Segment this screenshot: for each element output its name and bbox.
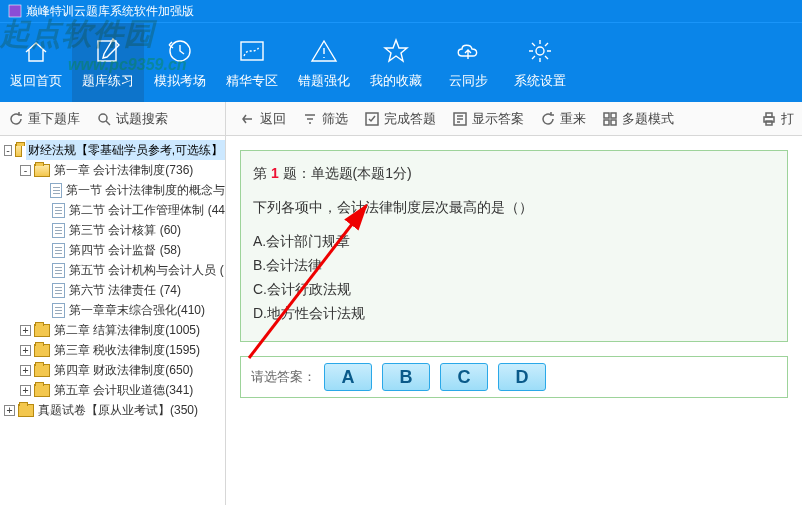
tree-node-label: 第一章章末综合强化(410) — [69, 300, 205, 320]
answer-btn-b[interactable]: B — [382, 363, 430, 391]
tree-node[interactable]: -第一章 会计法律制度(736) — [0, 160, 225, 180]
watermark-url: www.pc9359.cn — [68, 56, 187, 74]
folder-open-icon — [34, 164, 50, 177]
restart-label: 重来 — [560, 110, 586, 128]
page-icon — [52, 243, 65, 258]
page-icon — [52, 263, 65, 278]
filter-icon — [302, 111, 318, 127]
tree-node[interactable]: +真题试卷【原从业考试】(350) — [0, 400, 225, 420]
tree-node[interactable]: +第三章 税收法律制度(1595) — [0, 340, 225, 360]
nav-cloud-sync[interactable]: 云同步 — [432, 23, 504, 102]
grid-icon — [602, 111, 618, 127]
answer-btn-a[interactable]: A — [324, 363, 372, 391]
tree-node-label: 第三节 会计核算 (60) — [69, 220, 181, 240]
collapse-icon[interactable]: - — [20, 165, 31, 176]
tree-node-label: 第二章 结算法律制度(1005) — [54, 320, 200, 340]
tree-node[interactable]: 第四节 会计监督 (58) — [0, 240, 225, 260]
folder-icon — [34, 344, 50, 357]
search-icon — [96, 111, 112, 127]
tree-node[interactable]: 第六节 法律责任 (74) — [0, 280, 225, 300]
nav-settings[interactable]: 系统设置 — [504, 23, 576, 102]
tree-node-label: 第六节 法律责任 (74) — [69, 280, 181, 300]
question-header: 第 1 题：单选题(本题1分) — [253, 161, 775, 185]
tree-node[interactable]: 第二节 会计工作管理体制 (44 — [0, 200, 225, 220]
folder-open-icon — [15, 144, 22, 157]
question-tree[interactable]: -财经法规【零基础学员参考,可选练】-第一章 会计法律制度(736)第一节 会计… — [0, 136, 226, 505]
sub-toolbar-left: 重下题库 试题搜索 — [0, 102, 226, 135]
answer-prompt: 请选答案： — [251, 368, 316, 386]
tree-node[interactable]: +第五章 会计职业道德(341) — [0, 380, 225, 400]
map-icon — [237, 36, 267, 66]
question-prefix: 第 — [253, 165, 271, 181]
filter-label: 筛选 — [322, 110, 348, 128]
tree-node[interactable]: +第二章 结算法律制度(1005) — [0, 320, 225, 340]
expand-icon[interactable]: + — [20, 345, 31, 356]
sub-toolbar-right: 返回 筛选 完成答题 显示答案 重来 多题模式 打 — [226, 102, 802, 136]
folder-icon — [34, 384, 50, 397]
tree-node[interactable]: 第一章章末综合强化(410) — [0, 300, 225, 320]
folder-icon — [34, 324, 50, 337]
print-icon — [761, 111, 777, 127]
nav-practice-label: 题库练习 — [82, 72, 134, 90]
restart-button[interactable]: 重来 — [532, 102, 594, 136]
tree-node-label: 财经法规【零基础学员参考,可选练】 — [26, 140, 225, 160]
svg-rect-3 — [241, 42, 263, 60]
multi-mode-button[interactable]: 多题模式 — [594, 102, 682, 136]
main-area: -财经法规【零基础学员参考,可选练】-第一章 会计法律制度(736)第一节 会计… — [0, 136, 802, 505]
svg-rect-13 — [766, 113, 772, 117]
star-icon — [381, 36, 411, 66]
nav-wrong-label: 错题强化 — [298, 72, 350, 90]
back-button[interactable]: 返回 — [232, 102, 294, 136]
expand-icon[interactable]: + — [20, 325, 31, 336]
tree-node-label: 第一章 会计法律制度(736) — [54, 160, 193, 180]
page-icon — [52, 203, 65, 218]
search-question-button[interactable]: 试题搜索 — [88, 102, 176, 136]
reload-bank-label: 重下题库 — [28, 110, 80, 128]
answer-btn-d[interactable]: D — [498, 363, 546, 391]
folder-icon — [34, 364, 50, 377]
nav-premium-label: 精华专区 — [226, 72, 278, 90]
nav-mock-label: 模拟考场 — [154, 72, 206, 90]
question-panel: 第 1 题：单选题(本题1分) 下列各项中，会计法律制度层次最高的是（） A.会… — [226, 136, 802, 505]
expand-icon[interactable]: + — [20, 385, 31, 396]
question-number: 1 — [271, 165, 279, 181]
print-label: 打 — [781, 110, 794, 128]
page-icon — [52, 223, 65, 238]
reload-bank-button[interactable]: 重下题库 — [0, 102, 88, 136]
tree-node[interactable]: 第五节 会计机构与会计人员 ( — [0, 260, 225, 280]
nav-favorites-label: 我的收藏 — [370, 72, 422, 90]
nav-wrong[interactable]: 错题强化 — [288, 23, 360, 102]
show-answer-button[interactable]: 显示答案 — [444, 102, 532, 136]
expand-icon[interactable]: + — [4, 405, 15, 416]
question-option-c: C.会计行政法规 — [253, 277, 775, 301]
search-question-label: 试题搜索 — [116, 110, 168, 128]
tree-node[interactable]: +第四章 财政法律制度(650) — [0, 360, 225, 380]
answer-icon — [452, 111, 468, 127]
nav-home-label: 返回首页 — [10, 72, 62, 90]
tree-node-label: 第五章 会计职业道德(341) — [54, 380, 193, 400]
tree-node-label: 真题试卷【原从业考试】(350) — [38, 400, 198, 420]
answer-btn-c[interactable]: C — [440, 363, 488, 391]
tree-node[interactable]: 第一节 会计法律制度的概念与 — [0, 180, 225, 200]
nav-favorites[interactable]: 我的收藏 — [360, 23, 432, 102]
collapse-icon[interactable]: - — [4, 145, 12, 156]
checklist-icon — [364, 111, 380, 127]
tree-node-label: 第五节 会计机构与会计人员 ( — [69, 260, 224, 280]
nav-premium[interactable]: 精华专区 — [216, 23, 288, 102]
question-stem: 下列各项中，会计法律制度层次最高的是（） — [253, 195, 775, 219]
svg-rect-9 — [611, 113, 616, 118]
tree-node[interactable]: 第三节 会计核算 (60) — [0, 220, 225, 240]
watermark-text: 起点软件园 — [0, 14, 155, 55]
gear-icon — [525, 36, 555, 66]
tree-node-label: 第四章 财政法律制度(650) — [54, 360, 193, 380]
sub-toolbar: 重下题库 试题搜索 返回 筛选 完成答题 显示答案 重来 多题模式 — [0, 102, 802, 136]
finish-button[interactable]: 完成答题 — [356, 102, 444, 136]
filter-button[interactable]: 筛选 — [294, 102, 356, 136]
expand-icon[interactable]: + — [20, 365, 31, 376]
print-button[interactable]: 打 — [753, 102, 802, 136]
restart-icon — [540, 111, 556, 127]
question-type: 题：单选题(本题1分) — [279, 165, 412, 181]
finish-label: 完成答题 — [384, 110, 436, 128]
tree-node[interactable]: -财经法规【零基础学员参考,可选练】 — [0, 140, 225, 160]
page-icon — [50, 183, 61, 198]
